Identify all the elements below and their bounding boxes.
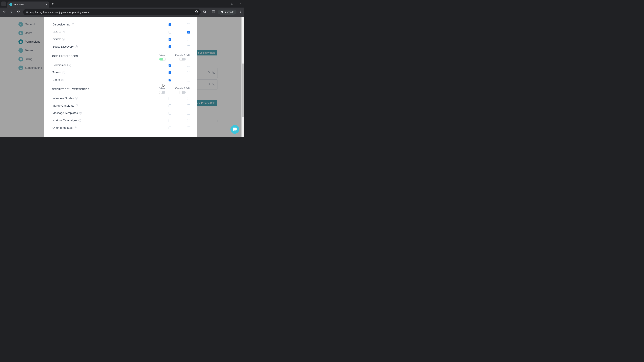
edit-checkbox[interactable] — [187, 104, 190, 107]
maximize-button[interactable]: □ — [230, 2, 234, 6]
page-scrollbar-track[interactable] — [242, 16, 244, 137]
incognito-label: Incognito — [224, 11, 234, 13]
tab-search-dropdown[interactable] — [1, 1, 6, 6]
svg-point-9 — [240, 11, 241, 12]
tab-title: Breezy HR — [14, 3, 44, 6]
extensions-icon[interactable] — [203, 10, 206, 14]
view-all-toggle[interactable] — [159, 91, 165, 94]
permission-row: Social Discovery? — [50, 43, 190, 50]
forward-button[interactable] — [9, 9, 14, 15]
toolbar-divider — [209, 10, 209, 14]
view-checkbox[interactable] — [168, 79, 172, 81]
svg-rect-2 — [26, 12, 27, 12]
page-scrollbar-thumb[interactable] — [242, 63, 244, 117]
view-checkbox[interactable] — [168, 31, 172, 33]
browser-tab-strip: Breezy HR × + ─ □ ✕ — [0, 0, 244, 7]
permission-checkboxes — [168, 23, 190, 26]
permission-label: Offer Templates? — [50, 126, 168, 130]
svg-point-8 — [240, 10, 241, 11]
help-icon[interactable]: ? — [78, 119, 81, 122]
permission-row: EEOC? — [50, 28, 190, 36]
page-viewport: General Users Permissions Teams Billing … — [0, 16, 244, 137]
view-checkbox[interactable] — [168, 64, 172, 67]
edit-all-toggle[interactable] — [180, 91, 186, 94]
permission-checkboxes — [168, 112, 190, 115]
view-checkbox[interactable] — [168, 23, 172, 26]
section-header: User PreferencesViewCreate / Edit — [50, 50, 190, 61]
help-icon[interactable]: ? — [76, 104, 78, 107]
window-controls: ─ □ ✕ — [222, 2, 243, 6]
permission-row: Nurture Campaigns? — [50, 117, 190, 124]
permission-checkboxes — [168, 119, 190, 122]
edit-checkbox[interactable] — [187, 31, 190, 33]
permission-checkboxes — [168, 97, 190, 100]
permissions-modal: Dispositioning?EEOC?GDPR?Social Discover… — [44, 16, 197, 137]
permission-row: GDPR? — [50, 36, 190, 43]
tab-favicon — [10, 3, 12, 6]
permission-label: Merge Candidate? — [50, 104, 168, 107]
chat-support-button[interactable] — [230, 125, 239, 134]
permission-checkboxes — [168, 79, 190, 81]
help-icon[interactable]: ? — [70, 64, 72, 66]
permission-label: Permissions? — [50, 63, 168, 67]
close-window-button[interactable]: ✕ — [238, 2, 243, 6]
edit-checkbox[interactable] — [187, 45, 190, 48]
section-title: Recruitment Preferences — [50, 87, 158, 91]
edit-checkbox[interactable] — [187, 112, 190, 115]
edit-checkbox[interactable] — [187, 97, 190, 100]
svg-point-10 — [240, 12, 241, 13]
help-icon[interactable]: ? — [72, 23, 74, 26]
view-checkbox[interactable] — [168, 71, 172, 74]
help-icon[interactable]: ? — [61, 79, 64, 81]
help-icon[interactable]: ? — [75, 45, 78, 48]
help-icon[interactable]: ? — [74, 126, 76, 129]
minimize-button[interactable]: ─ — [222, 2, 226, 6]
section-title: User Preferences — [50, 54, 158, 58]
permission-row: Merge Candidate? — [50, 102, 190, 109]
column-headers: ViewCreate / Edit — [158, 54, 190, 60]
incognito-indicator[interactable]: Incognito — [218, 9, 236, 14]
edit-checkbox[interactable] — [187, 38, 190, 41]
svg-rect-4 — [27, 12, 28, 12]
side-panel-icon[interactable] — [212, 10, 215, 14]
edit-checkbox[interactable] — [187, 119, 190, 122]
view-checkbox[interactable] — [168, 97, 172, 100]
browser-menu-icon[interactable] — [239, 10, 242, 14]
permission-row: Users? — [50, 76, 190, 84]
section-header: Recruitment PreferencesViewCreate / Edit — [50, 84, 190, 95]
new-tab-button[interactable]: + — [52, 2, 54, 6]
site-settings-icon[interactable] — [26, 10, 28, 14]
edit-checkbox[interactable] — [187, 126, 190, 129]
view-checkbox[interactable] — [168, 112, 172, 115]
edit-checkbox[interactable] — [187, 79, 190, 81]
permission-row: Interview Guides? — [50, 95, 190, 102]
bookmark-icon[interactable] — [195, 10, 198, 14]
edit-all-toggle[interactable] — [180, 58, 186, 60]
permission-checkboxes — [168, 126, 190, 129]
view-checkbox[interactable] — [168, 45, 172, 48]
permission-row: Permissions? — [50, 61, 190, 69]
close-tab-icon[interactable]: × — [46, 3, 47, 6]
browser-tab[interactable]: Breezy HR × — [8, 1, 49, 7]
permission-label: Social Discovery? — [50, 45, 168, 48]
help-icon[interactable]: ? — [62, 71, 65, 74]
back-button[interactable] — [2, 9, 7, 15]
svg-rect-0 — [26, 11, 27, 11]
help-icon[interactable]: ? — [75, 97, 78, 100]
view-checkbox[interactable] — [168, 38, 172, 41]
address-bar[interactable]: app.breezy.hr/app/c/moodjoy/company/sett… — [23, 9, 200, 15]
edit-checkbox[interactable] — [187, 71, 190, 74]
help-icon[interactable]: ? — [62, 31, 64, 33]
svg-rect-5 — [27, 12, 28, 12]
view-checkbox[interactable] — [168, 104, 172, 107]
permission-checkboxes — [168, 38, 190, 41]
view-checkbox[interactable] — [168, 126, 172, 129]
help-icon[interactable]: ? — [62, 38, 65, 41]
help-icon[interactable]: ? — [79, 112, 82, 114]
reload-button[interactable] — [16, 9, 21, 15]
view-checkbox[interactable] — [168, 119, 172, 122]
view-all-toggle[interactable] — [159, 58, 165, 60]
permission-checkboxes — [168, 104, 190, 107]
edit-checkbox[interactable] — [187, 64, 190, 67]
edit-checkbox[interactable] — [187, 23, 190, 26]
